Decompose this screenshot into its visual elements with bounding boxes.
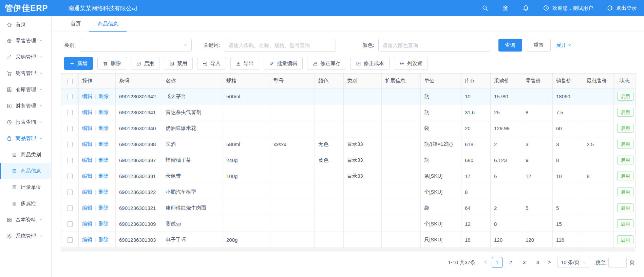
keyword-input[interactable] <box>224 39 336 52</box>
page-number-1[interactable]: 1 <box>492 257 503 268</box>
cell-ext <box>382 104 421 120</box>
edit-link[interactable]: 编辑 <box>82 93 92 99</box>
chevron-down-icon <box>39 104 43 108</box>
export-icon <box>236 61 241 66</box>
edit-link[interactable]: 编辑 <box>82 237 92 242</box>
page-number-4[interactable]: 4 <box>532 257 543 268</box>
delete-link[interactable]: 删除 <box>98 109 109 115</box>
sidebar-item-计量单位[interactable]: 计量单位 <box>0 179 51 195</box>
导出-button[interactable]: 导出 <box>230 57 259 70</box>
page-size-select[interactable]: 10 条/页 <box>557 257 590 268</box>
sidebar-item-零售管理[interactable]: 零售管理 <box>0 33 51 49</box>
row-checkbox-cell <box>61 120 79 136</box>
禁用-button[interactable]: 禁用 <box>164 57 193 70</box>
cell-unit: 袋 <box>421 200 461 216</box>
sidebar-item-首页[interactable]: 首页 <box>0 16 51 33</box>
category-select[interactable] <box>80 39 192 52</box>
修正成本-button[interactable]: 修正成本 <box>351 57 390 70</box>
sidebar-item-财务管理[interactable]: 财务管理 <box>0 98 51 114</box>
新增-button[interactable]: 新增 <box>64 57 93 70</box>
page-number-2[interactable]: 2 <box>505 257 516 268</box>
color-input[interactable] <box>378 39 490 52</box>
sidebar-item-基本资料[interactable]: 基本资料 <box>0 212 51 228</box>
row-checkbox[interactable] <box>67 126 73 131</box>
edit-link[interactable]: 编辑 <box>82 189 92 195</box>
row-checkbox[interactable] <box>67 142 73 147</box>
tab-home[interactable]: 首页 <box>62 16 89 32</box>
edit-link[interactable]: 编辑 <box>82 173 92 179</box>
next-page-button[interactable]: > <box>545 257 554 268</box>
column-settings-icon <box>399 61 404 66</box>
cell-retail: 3 <box>522 136 553 152</box>
logout-icon <box>607 5 613 12</box>
cell-color <box>315 88 344 104</box>
row-checkbox[interactable] <box>67 205 73 211</box>
delete-link[interactable]: 删除 <box>98 125 109 131</box>
chevron-down-icon <box>39 39 43 43</box>
sidebar-item-商品类别[interactable]: 商品类别 <box>0 146 51 163</box>
edit-link[interactable]: 编辑 <box>82 125 92 131</box>
sidebar-item-商品管理[interactable]: 商品管理 <box>0 130 51 146</box>
delete-link[interactable]: 删除 <box>98 205 109 211</box>
row-checkbox[interactable] <box>67 158 73 163</box>
page-size-value: 10 条/页 <box>561 259 580 266</box>
sidebar-item-商品信息[interactable]: 商品信息 <box>0 163 51 179</box>
导入-button[interactable]: 导入 <box>197 57 226 70</box>
cell-model <box>270 104 315 120</box>
sidebar-item-销售管理[interactable]: 销售管理 <box>0 65 51 81</box>
edit-link[interactable]: 编辑 <box>82 141 92 147</box>
cell-min <box>583 200 614 216</box>
row-checkbox[interactable] <box>67 110 73 115</box>
row-checkbox[interactable] <box>67 237 73 243</box>
cell-model <box>270 216 315 232</box>
cell-retail <box>522 184 553 200</box>
删除-button[interactable]: 删除 <box>97 57 126 70</box>
row-checkbox[interactable] <box>67 94 73 99</box>
delete-link[interactable]: 删除 <box>98 189 109 195</box>
tab-product-info[interactable]: 商品信息 <box>89 16 127 32</box>
select-all-checkbox[interactable] <box>67 79 73 84</box>
page-number-3[interactable]: 3 <box>519 257 530 268</box>
edit-link[interactable]: 编辑 <box>82 109 92 115</box>
welcome-user[interactable]: 欢迎您，测试用户 <box>543 5 593 12</box>
edit-link[interactable]: 编辑 <box>82 157 92 163</box>
delete-link[interactable]: 删除 <box>98 237 109 242</box>
search-icon[interactable] <box>482 5 489 12</box>
cell-model <box>270 88 315 104</box>
jump-page-input[interactable] <box>608 257 627 268</box>
delete-link[interactable]: 删除 <box>98 221 109 226</box>
column-header-状态: 状态 <box>614 74 636 88</box>
edit-link[interactable]: 编辑 <box>82 205 92 211</box>
sidebar-item-报表查询[interactable]: 报表查询 <box>0 114 51 130</box>
bell-icon[interactable] <box>523 5 529 12</box>
logout-button[interactable]: 退出登录 <box>607 5 637 12</box>
chevron-down-icon <box>567 43 572 47</box>
列设置-button[interactable]: 列设置 <box>394 57 428 70</box>
delete-link[interactable]: 删除 <box>98 141 109 147</box>
edit-link[interactable]: 编辑 <box>82 221 92 226</box>
toolbar-button-label: 导出 <box>244 60 254 67</box>
sidebar-item-采购管理[interactable]: 采购管理 <box>0 49 51 65</box>
delete-link[interactable]: 删除 <box>98 93 109 99</box>
horizontal-scrollbar[interactable] <box>61 248 636 252</box>
修正库存-button[interactable]: 修正库存 <box>307 57 346 70</box>
启用-button[interactable]: 启用 <box>131 57 159 70</box>
sidebar-item-仓库管理[interactable]: 仓库管理 <box>0 81 51 98</box>
reset-button[interactable]: 重置 <box>527 39 551 52</box>
row-checkbox[interactable] <box>67 174 73 179</box>
delete-link[interactable]: 删除 <box>98 173 109 179</box>
sidebar-item-系统管理[interactable]: 系统管理 <box>0 228 51 244</box>
sidebar-item-多属性[interactable]: 多属性 <box>0 195 51 212</box>
bank-icon[interactable] <box>502 5 509 12</box>
expand-text: 展开 <box>556 42 566 48</box>
prev-page-button[interactable]: < <box>481 257 490 268</box>
row-checkbox[interactable] <box>67 221 73 227</box>
cell-min: 2.5 <box>583 136 614 152</box>
search-button[interactable]: 查询 <box>498 39 522 52</box>
expand-link[interactable]: 展开 <box>556 42 572 48</box>
批量编辑-button[interactable]: 批量编辑 <box>264 57 303 70</box>
delete-link[interactable]: 删除 <box>98 157 109 163</box>
import-icon <box>203 61 208 66</box>
row-checkbox[interactable] <box>67 190 73 195</box>
pagination: 1-10 共37条<1234>10 条/页跳至页 <box>52 257 634 268</box>
